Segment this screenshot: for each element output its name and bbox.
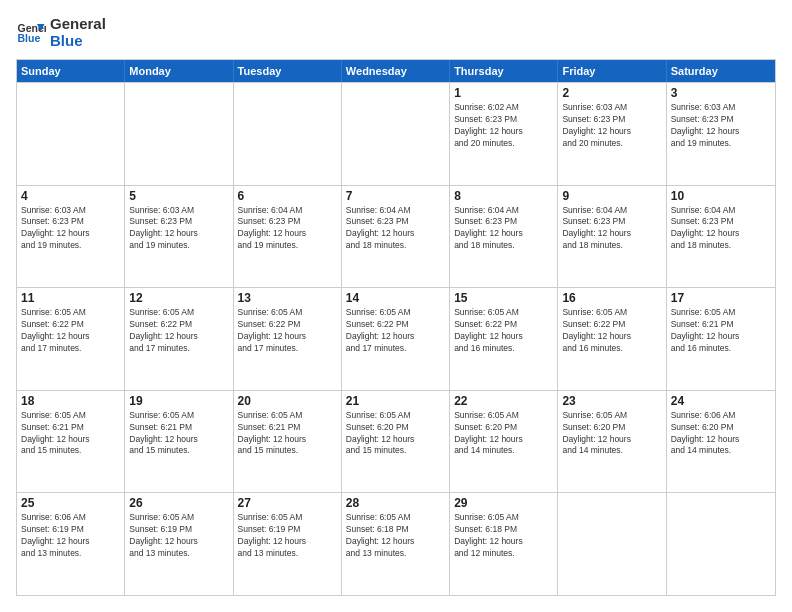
day-info: Sunrise: 6:05 AM Sunset: 6:18 PM Dayligh… (346, 512, 445, 560)
day-number: 25 (21, 496, 120, 510)
cal-cell: 10Sunrise: 6:04 AM Sunset: 6:23 PM Dayli… (667, 186, 775, 288)
cal-cell: 8Sunrise: 6:04 AM Sunset: 6:23 PM Daylig… (450, 186, 558, 288)
day-info: Sunrise: 6:04 AM Sunset: 6:23 PM Dayligh… (454, 205, 553, 253)
day-info: Sunrise: 6:05 AM Sunset: 6:22 PM Dayligh… (562, 307, 661, 355)
day-number: 11 (21, 291, 120, 305)
cal-row: 18Sunrise: 6:05 AM Sunset: 6:21 PM Dayli… (17, 390, 775, 493)
cal-cell: 15Sunrise: 6:05 AM Sunset: 6:22 PM Dayli… (450, 288, 558, 390)
day-info: Sunrise: 6:05 AM Sunset: 6:20 PM Dayligh… (346, 410, 445, 458)
day-info: Sunrise: 6:04 AM Sunset: 6:23 PM Dayligh… (562, 205, 661, 253)
cal-cell: 27Sunrise: 6:05 AM Sunset: 6:19 PM Dayli… (234, 493, 342, 595)
day-info: Sunrise: 6:05 AM Sunset: 6:21 PM Dayligh… (671, 307, 771, 355)
calendar-body: 1Sunrise: 6:02 AM Sunset: 6:23 PM Daylig… (17, 82, 775, 595)
day-info: Sunrise: 6:03 AM Sunset: 6:23 PM Dayligh… (21, 205, 120, 253)
cal-row: 4Sunrise: 6:03 AM Sunset: 6:23 PM Daylig… (17, 185, 775, 288)
cal-header-day: Friday (558, 60, 666, 82)
day-number: 15 (454, 291, 553, 305)
day-number: 3 (671, 86, 771, 100)
cal-cell: 23Sunrise: 6:05 AM Sunset: 6:20 PM Dayli… (558, 391, 666, 493)
day-number: 7 (346, 189, 445, 203)
day-number: 12 (129, 291, 228, 305)
day-number: 20 (238, 394, 337, 408)
day-number: 18 (21, 394, 120, 408)
day-number: 29 (454, 496, 553, 510)
day-number: 16 (562, 291, 661, 305)
day-info: Sunrise: 6:05 AM Sunset: 6:21 PM Dayligh… (238, 410, 337, 458)
cal-cell: 9Sunrise: 6:04 AM Sunset: 6:23 PM Daylig… (558, 186, 666, 288)
cal-cell: 24Sunrise: 6:06 AM Sunset: 6:20 PM Dayli… (667, 391, 775, 493)
cal-cell: 25Sunrise: 6:06 AM Sunset: 6:19 PM Dayli… (17, 493, 125, 595)
logo: General Blue General Blue (16, 16, 106, 49)
day-number: 23 (562, 394, 661, 408)
day-number: 17 (671, 291, 771, 305)
cal-cell: 19Sunrise: 6:05 AM Sunset: 6:21 PM Dayli… (125, 391, 233, 493)
day-info: Sunrise: 6:05 AM Sunset: 6:22 PM Dayligh… (129, 307, 228, 355)
day-number: 2 (562, 86, 661, 100)
cal-cell: 4Sunrise: 6:03 AM Sunset: 6:23 PM Daylig… (17, 186, 125, 288)
cal-cell (342, 83, 450, 185)
day-info: Sunrise: 6:03 AM Sunset: 6:23 PM Dayligh… (129, 205, 228, 253)
day-info: Sunrise: 6:05 AM Sunset: 6:19 PM Dayligh… (238, 512, 337, 560)
cal-cell: 12Sunrise: 6:05 AM Sunset: 6:22 PM Dayli… (125, 288, 233, 390)
cal-cell: 21Sunrise: 6:05 AM Sunset: 6:20 PM Dayli… (342, 391, 450, 493)
cal-cell: 14Sunrise: 6:05 AM Sunset: 6:22 PM Dayli… (342, 288, 450, 390)
svg-text:Blue: Blue (18, 32, 41, 44)
header: General Blue General Blue (16, 16, 776, 49)
day-number: 1 (454, 86, 553, 100)
logo-blue: Blue (50, 33, 106, 50)
day-info: Sunrise: 6:05 AM Sunset: 6:22 PM Dayligh… (21, 307, 120, 355)
cal-cell (17, 83, 125, 185)
day-number: 21 (346, 394, 445, 408)
cal-cell: 18Sunrise: 6:05 AM Sunset: 6:21 PM Dayli… (17, 391, 125, 493)
day-number: 10 (671, 189, 771, 203)
cal-row: 1Sunrise: 6:02 AM Sunset: 6:23 PM Daylig… (17, 82, 775, 185)
cal-cell: 6Sunrise: 6:04 AM Sunset: 6:23 PM Daylig… (234, 186, 342, 288)
day-number: 4 (21, 189, 120, 203)
cal-cell: 16Sunrise: 6:05 AM Sunset: 6:22 PM Dayli… (558, 288, 666, 390)
cal-cell (667, 493, 775, 595)
day-info: Sunrise: 6:05 AM Sunset: 6:22 PM Dayligh… (346, 307, 445, 355)
day-number: 9 (562, 189, 661, 203)
cal-header-day: Monday (125, 60, 233, 82)
calendar: SundayMondayTuesdayWednesdayThursdayFrid… (16, 59, 776, 596)
cal-header-day: Thursday (450, 60, 558, 82)
cal-cell: 7Sunrise: 6:04 AM Sunset: 6:23 PM Daylig… (342, 186, 450, 288)
day-info: Sunrise: 6:05 AM Sunset: 6:21 PM Dayligh… (21, 410, 120, 458)
cal-cell: 1Sunrise: 6:02 AM Sunset: 6:23 PM Daylig… (450, 83, 558, 185)
day-info: Sunrise: 6:03 AM Sunset: 6:23 PM Dayligh… (671, 102, 771, 150)
cal-cell: 20Sunrise: 6:05 AM Sunset: 6:21 PM Dayli… (234, 391, 342, 493)
page: General Blue General Blue SundayMondayTu… (0, 0, 792, 612)
cal-cell (125, 83, 233, 185)
logo-general: General (50, 16, 106, 33)
cal-cell (234, 83, 342, 185)
cal-cell: 28Sunrise: 6:05 AM Sunset: 6:18 PM Dayli… (342, 493, 450, 595)
day-info: Sunrise: 6:05 AM Sunset: 6:22 PM Dayligh… (454, 307, 553, 355)
day-info: Sunrise: 6:05 AM Sunset: 6:20 PM Dayligh… (454, 410, 553, 458)
day-info: Sunrise: 6:02 AM Sunset: 6:23 PM Dayligh… (454, 102, 553, 150)
day-info: Sunrise: 6:05 AM Sunset: 6:19 PM Dayligh… (129, 512, 228, 560)
cal-cell: 22Sunrise: 6:05 AM Sunset: 6:20 PM Dayli… (450, 391, 558, 493)
day-info: Sunrise: 6:05 AM Sunset: 6:18 PM Dayligh… (454, 512, 553, 560)
day-number: 14 (346, 291, 445, 305)
cal-row: 11Sunrise: 6:05 AM Sunset: 6:22 PM Dayli… (17, 287, 775, 390)
day-number: 13 (238, 291, 337, 305)
day-number: 5 (129, 189, 228, 203)
cal-cell: 13Sunrise: 6:05 AM Sunset: 6:22 PM Dayli… (234, 288, 342, 390)
cal-header-day: Tuesday (234, 60, 342, 82)
day-number: 26 (129, 496, 228, 510)
day-number: 28 (346, 496, 445, 510)
logo-icon: General Blue (16, 18, 46, 48)
day-info: Sunrise: 6:04 AM Sunset: 6:23 PM Dayligh… (671, 205, 771, 253)
cal-cell: 11Sunrise: 6:05 AM Sunset: 6:22 PM Dayli… (17, 288, 125, 390)
cal-cell: 17Sunrise: 6:05 AM Sunset: 6:21 PM Dayli… (667, 288, 775, 390)
cal-cell (558, 493, 666, 595)
calendar-header: SundayMondayTuesdayWednesdayThursdayFrid… (17, 60, 775, 82)
day-info: Sunrise: 6:06 AM Sunset: 6:19 PM Dayligh… (21, 512, 120, 560)
day-info: Sunrise: 6:05 AM Sunset: 6:22 PM Dayligh… (238, 307, 337, 355)
cal-cell: 29Sunrise: 6:05 AM Sunset: 6:18 PM Dayli… (450, 493, 558, 595)
cal-cell: 26Sunrise: 6:05 AM Sunset: 6:19 PM Dayli… (125, 493, 233, 595)
day-info: Sunrise: 6:05 AM Sunset: 6:20 PM Dayligh… (562, 410, 661, 458)
day-number: 6 (238, 189, 337, 203)
cal-header-day: Saturday (667, 60, 775, 82)
cal-header-day: Sunday (17, 60, 125, 82)
